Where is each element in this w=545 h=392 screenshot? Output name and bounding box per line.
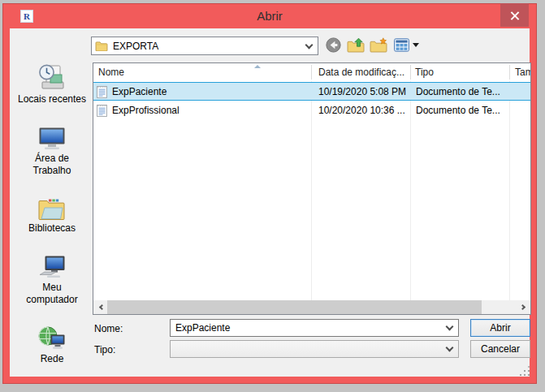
- look-in-combobox[interactable]: EXPORTA: [91, 37, 318, 55]
- text-document-icon: [97, 85, 107, 98]
- look-in-value: EXPORTA: [113, 41, 158, 52]
- file-name-combobox[interactable]: ExpPaciente: [170, 319, 459, 337]
- titlebar[interactable]: R Abrir: [3, 4, 536, 28]
- sidebar-item-label: Área de Trabalho: [17, 153, 87, 177]
- dialog-title: Abrir: [3, 9, 536, 23]
- sort-ascending-icon: [254, 65, 261, 68]
- back-button[interactable]: [323, 37, 343, 54]
- back-icon: [326, 37, 341, 53]
- table-row[interactable]: ExpPaciente 10/19/2020 5:08 PM Documento…: [93, 82, 530, 101]
- desktop-icon: [37, 125, 67, 151]
- horizontal-scrollbar[interactable]: [93, 300, 530, 314]
- file-date: 10/19/2020 5:08 PM: [311, 86, 410, 97]
- dialog-content: Examinar: EXPORTA: [10, 28, 530, 377]
- scrollbar-thumb[interactable]: [107, 300, 482, 314]
- chevron-right-icon: [519, 304, 525, 310]
- file-rows: ExpPaciente 10/19/2020 5:08 PM Documento…: [93, 82, 530, 119]
- scroll-right-button[interactable]: [517, 300, 530, 314]
- column-divider[interactable]: [410, 65, 411, 80]
- libraries-icon: [37, 196, 67, 221]
- chevron-down-icon: [413, 43, 419, 47]
- close-icon: [510, 11, 520, 20]
- close-button[interactable]: [500, 3, 529, 27]
- file-date: 10/20/2020 10:36 ...: [311, 105, 410, 116]
- sidebar-item-desktop[interactable]: Área de Trabalho: [17, 125, 87, 177]
- table-row[interactable]: ExpProfissional 10/20/2020 10:36 ... Doc…: [93, 101, 530, 119]
- up-one-level-icon: [347, 37, 365, 54]
- sidebar-item-label: Rede: [41, 353, 64, 365]
- file-type: Documento de Te...: [410, 105, 509, 116]
- file-list[interactable]: Nome Data de modificaç... Tipo Tam: [93, 62, 531, 315]
- new-folder-button[interactable]: [369, 37, 388, 54]
- file-list-header: Nome Data de modificaç... Tipo Tam: [93, 63, 530, 81]
- column-header-type[interactable]: Tipo: [415, 67, 434, 78]
- column-header-size[interactable]: Tam: [515, 67, 531, 78]
- sidebar-item-label: Bibliotecas: [28, 222, 76, 235]
- chevron-left-icon: [98, 304, 104, 310]
- resize-grip[interactable]: [524, 370, 526, 372]
- chevron-down-icon: [446, 323, 454, 331]
- sidebar-item-computer[interactable]: Meu computador: [17, 254, 87, 306]
- cancel-button[interactable]: Cancelar: [470, 340, 530, 358]
- new-folder-icon: [370, 37, 387, 54]
- computer-icon: [37, 254, 67, 280]
- file-name-value: ExpPaciente: [175, 322, 230, 334]
- recent-places-icon: [37, 62, 67, 92]
- chevron-down-icon: [305, 41, 314, 49]
- sidebar-item-label: Meu computador: [17, 282, 87, 306]
- view-menu-button[interactable]: [392, 37, 420, 54]
- sidebar-item-network[interactable]: Rede: [37, 325, 67, 365]
- up-one-level-button[interactable]: [346, 37, 365, 54]
- column-divider[interactable]: [311, 65, 312, 80]
- folder-icon: [95, 41, 108, 51]
- open-dialog: R Abrir Examinar: EXPORTA: [2, 3, 537, 384]
- open-button[interactable]: Abrir: [470, 319, 530, 337]
- places-sidebar: Locais recentes: [12, 61, 92, 372]
- sidebar-item-libraries[interactable]: Bibliotecas: [28, 196, 76, 235]
- file-name-label: Nome:: [94, 323, 123, 334]
- scroll-left-button[interactable]: [93, 300, 107, 314]
- column-header-name[interactable]: Nome: [98, 67, 124, 78]
- file-type: Documento de Te...: [410, 86, 509, 97]
- file-type-label: Tipo:: [94, 344, 115, 355]
- file-type-combobox[interactable]: [170, 340, 459, 358]
- file-name: ExpProfissional: [112, 105, 180, 116]
- chevron-down-icon: [446, 344, 454, 352]
- file-name: ExpPaciente: [112, 86, 167, 97]
- sidebar-item-recent-places[interactable]: Locais recentes: [18, 62, 86, 106]
- view-menu-icon: [394, 38, 409, 52]
- text-document-icon: [97, 104, 107, 117]
- column-divider[interactable]: [509, 65, 510, 80]
- column-header-date[interactable]: Data de modificaç...: [318, 67, 404, 78]
- network-icon: [37, 325, 67, 351]
- sidebar-item-label: Locais recentes: [18, 93, 86, 106]
